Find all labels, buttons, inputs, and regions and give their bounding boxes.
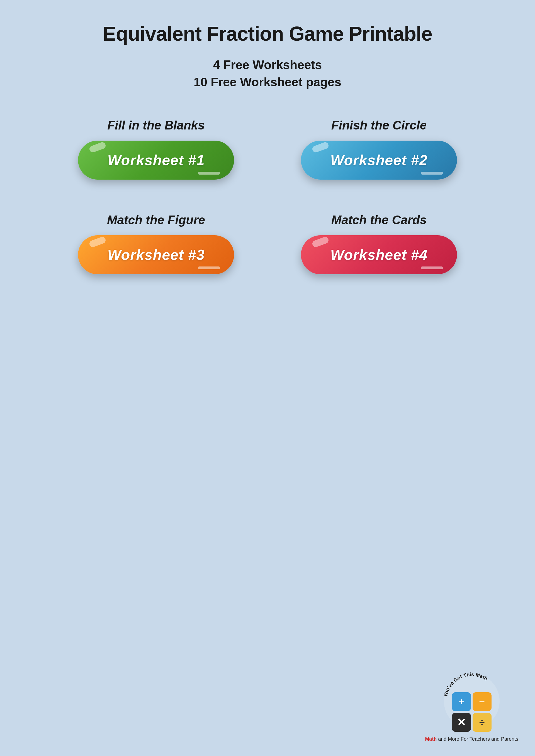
worksheet-cell-1: Fill in the Blanks Worksheet #1 [72,118,239,179]
worksheet-4-label: Worksheet #4 [330,246,428,263]
worksheet-cell-4: Match the Cards Worksheet #4 [296,213,463,274]
worksheet-2-label: Worksheet #2 [330,152,428,169]
logo-tagline: Math and More For Teachers and Parents [425,736,518,742]
worksheet-cell-2: Finish the Circle Worksheet #2 [296,118,463,179]
page-title: Equivalent Fraction Game Printable [103,22,432,45]
subtitle: 4 Free Worksheets 10 Free Worksheet page… [194,56,341,91]
category-finish-circle: Finish the Circle [331,118,427,132]
tagline-red: Math [425,736,436,742]
worksheet-1-button[interactable]: Worksheet #1 [78,141,234,179]
worksheet-3-label: Worksheet #3 [107,246,205,263]
category-fill-blanks: Fill in the Blanks [107,118,205,132]
logo-area: You've Got This Math + − ✕ ÷ Math and Mo… [425,668,518,742]
worksheet-3-button[interactable]: Worksheet #3 [78,235,234,274]
worksheets-grid: Fill in the Blanks Worksheet #1 Finish t… [72,118,463,274]
divide-icon: ÷ [473,713,492,732]
worksheet-1-label: Worksheet #1 [107,152,205,169]
tagline-black: and More For Teachers and Parents [436,736,518,742]
subtitle-line2: 10 Free Worksheet pages [194,73,341,91]
minus-icon: − [473,692,492,711]
worksheet-2-button[interactable]: Worksheet #2 [301,141,457,179]
category-match-cards: Match the Cards [331,213,427,227]
subtitle-line1: 4 Free Worksheets [194,56,341,73]
math-ops-grid: + − ✕ ÷ [452,692,492,732]
multiply-icon: ✕ [452,713,471,732]
worksheet-4-button[interactable]: Worksheet #4 [301,235,457,274]
logo-container: You've Got This Math + − ✕ ÷ [438,668,505,735]
category-match-figure: Match the Figure [107,213,205,227]
worksheet-cell-3: Match the Figure Worksheet #3 [72,213,239,274]
plus-icon: + [452,692,471,711]
